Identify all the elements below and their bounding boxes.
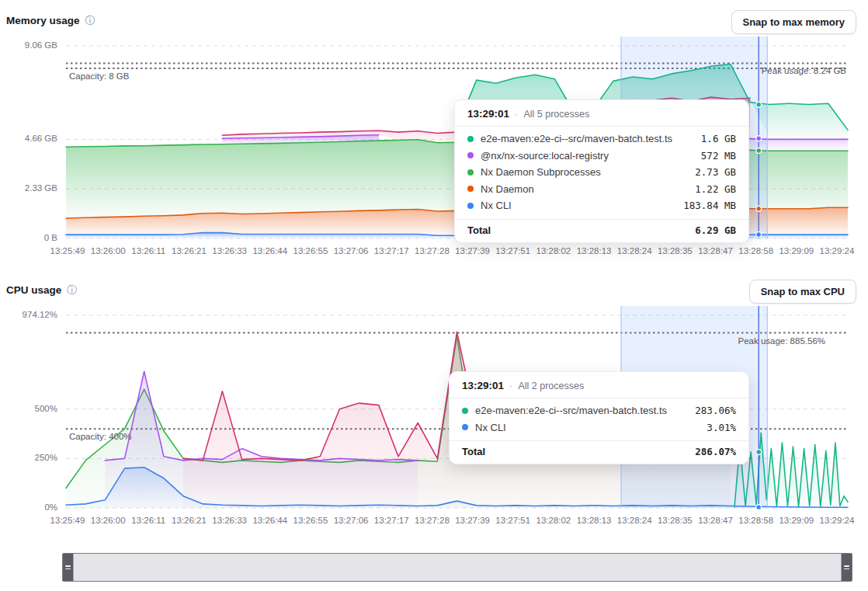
brush-track[interactable] — [73, 554, 842, 581]
cpu-tooltip: 13:29:01 · All 2 processes e2e-maven:e2e… — [449, 371, 749, 464]
y-axis-tick-label: 9.06 GB — [0, 40, 57, 50]
memory-peak-usage-label: Peak usage: 8.24 GB — [762, 66, 846, 75]
memory-tooltip: 13:29:01 · All 5 processes e2e-maven:e2e… — [454, 99, 749, 243]
process-value: 2.73 GB — [695, 166, 736, 178]
process-name: e2e-maven:e2e-ci--src/maven-batch.test.t… — [475, 405, 688, 416]
process-value: 572 MB — [701, 150, 736, 162]
cpu-usage-section: CPU usage ⓘ Snap to max CPU Capacity: 40… — [0, 269, 868, 537]
tooltip-total-row: Total 286.07% — [450, 440, 748, 464]
tooltip-process-row: Nx CLI183.84 MB — [455, 197, 748, 214]
cpu-info-icon[interactable]: ⓘ — [67, 285, 77, 295]
series-color-dot — [467, 186, 474, 192]
resource-usage-dashboard: Memory usage ⓘ Snap to max memory Capaci… — [0, 0, 868, 591]
cpu-capacity-label: Capacity: 400% — [69, 432, 132, 441]
tooltip-process-row: e2e-maven:e2e-ci--src/maven-batch.test.t… — [450, 402, 748, 419]
memory-info-icon[interactable]: ⓘ — [85, 16, 95, 26]
cpu-usage-title: CPU usage — [6, 284, 61, 296]
tooltip-process-row: @nx/nx-source:local-registry572 MB — [455, 148, 748, 165]
tooltip-total-value: 6.29 GB — [695, 224, 736, 236]
series-color-dot — [467, 169, 474, 176]
process-name: @nx/nx-source:local-registry — [481, 150, 694, 162]
tooltip-subtitle: All 2 processes — [518, 381, 584, 391]
process-name: Nx Daemon Subprocesses — [481, 166, 688, 178]
y-axis-tick-label: 974.12% — [0, 310, 57, 319]
tooltip-process-row: e2e-maven:e2e-ci--src/maven-batch.test.t… — [455, 130, 748, 148]
tooltip-header: 13:29:01 · All 2 processes — [450, 372, 748, 398]
process-value: 3.01% — [707, 422, 736, 433]
tooltip-rows: e2e-maven:e2e-ci--src/maven-batch.test.t… — [450, 398, 748, 437]
series-color-dot — [467, 136, 474, 142]
y-axis-tick-label: 2.33 GB — [0, 183, 57, 193]
brush-left-handle[interactable] — [63, 554, 73, 581]
series-color-dot — [467, 152, 474, 158]
tooltip-time: 13:29:01 — [462, 380, 504, 391]
memory-capacity-label: Capacity: 8 GB — [69, 71, 129, 81]
process-name: Nx CLI — [475, 422, 700, 433]
x-axis-tick-label: 13:29:24 — [812, 516, 862, 525]
tooltip-header: 13:29:01 · All 5 processes — [455, 100, 748, 127]
tooltip-process-row: Nx CLI3.01% — [450, 419, 748, 436]
series-color-dot — [462, 408, 468, 414]
tooltip-total-label: Total — [467, 224, 491, 236]
tooltip-separator: · — [515, 108, 518, 120]
process-value: 183.84 MB — [683, 200, 736, 211]
snap-to-max-memory-button[interactable]: Snap to max memory — [731, 10, 857, 34]
cpu-usage-header: CPU usage ⓘ — [6, 284, 77, 296]
memory-usage-section: Memory usage ⓘ Snap to max memory Capaci… — [0, 0, 868, 268]
tooltip-total-row: Total 6.29 GB — [455, 219, 748, 242]
y-axis-tick-label: 500% — [0, 404, 57, 413]
tooltip-process-row: Nx Daemon1.22 GB — [455, 181, 748, 198]
brush-right-handle[interactable] — [842, 554, 852, 581]
memory-usage-header: Memory usage ⓘ — [6, 15, 95, 26]
process-value: 283.06% — [695, 405, 736, 416]
cpu-peak-usage-label: Peak usage: 885.56% — [738, 336, 825, 346]
tooltip-subtitle: All 5 processes — [523, 109, 589, 120]
memory-usage-title: Memory usage — [6, 15, 80, 26]
process-name: Nx CLI — [481, 200, 676, 211]
tooltip-total-label: Total — [462, 446, 485, 457]
tooltip-separator: · — [509, 380, 512, 391]
series-color-dot — [467, 203, 474, 209]
process-name: e2e-maven:e2e-ci--src/maven-batch.test.t… — [481, 133, 694, 144]
process-value: 1.22 GB — [695, 183, 736, 195]
y-axis-tick-label: 4.66 GB — [0, 134, 57, 143]
snap-to-max-cpu-button[interactable]: Snap to max CPU — [749, 280, 856, 304]
tooltip-total-value: 286.07% — [695, 446, 736, 457]
tooltip-rows: e2e-maven:e2e-ci--src/maven-batch.test.t… — [455, 127, 748, 216]
process-name: Nx Daemon — [481, 183, 688, 195]
timeline-brush[interactable] — [62, 553, 852, 582]
process-value: 1.6 GB — [701, 133, 736, 144]
y-axis-tick-label: 0% — [0, 502, 57, 512]
series-color-dot — [462, 424, 468, 430]
y-axis-tick-label: 0 B — [0, 233, 57, 242]
tooltip-process-row: Nx Daemon Subprocesses2.73 GB — [455, 164, 748, 181]
tooltip-time: 13:29:01 — [467, 108, 509, 120]
x-axis-tick-label: 13:29:24 — [812, 246, 862, 256]
y-axis-tick-label: 250% — [0, 453, 57, 462]
